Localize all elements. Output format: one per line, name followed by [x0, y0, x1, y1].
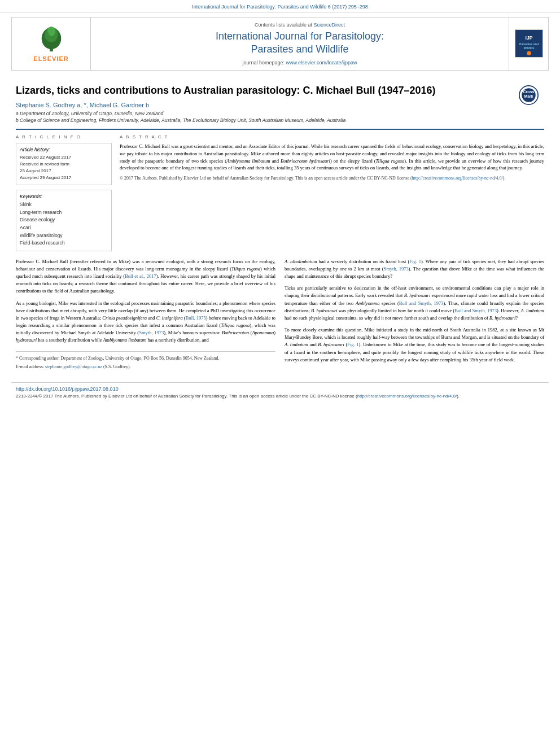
page-container: International Journal for Parasitology: … [0, 0, 560, 747]
doi-link[interactable]: http://dx.doi.org/10.1016/j.ijppaw.2017.… [16, 386, 119, 392]
journal-title: International Journal for Parasitology:P… [216, 30, 384, 56]
journal-header-right: IJP Parasites and Wildlife [509, 18, 548, 70]
article-history-title: Article history: [20, 147, 108, 152]
svg-point-9 [527, 51, 531, 56]
svg-text:Parasites and: Parasites and [519, 42, 538, 46]
journal-header-logo: ELSEVIER [12, 18, 91, 70]
article-content: Lizards, ticks and contributions to Aust… [0, 71, 560, 378]
body-left-column: Professor C. Michael Bull (hereafter ref… [16, 258, 275, 373]
keyword-disease: Disease ecology [20, 216, 108, 224]
body-columns: Professor C. Michael Bull (hereafter ref… [16, 258, 544, 373]
abstract-label: A B S T R A C T [120, 134, 544, 139]
article-info-column: A R T I C L E I N F O Article history: R… [16, 134, 112, 251]
affiliations: a Department of Zoology, University of O… [16, 111, 544, 123]
email-link[interactable]: stephanie.godfrey@otago.ac.nz [45, 364, 102, 369]
journal-citation-link[interactable]: International Journal for Parasitology: … [192, 4, 368, 10]
accepted-date: Accepted 29 August 2017 [20, 174, 108, 181]
keyword-longterm: Long-term research [20, 209, 108, 217]
body-right-para-3: To more closely examine this question, M… [285, 326, 544, 364]
elsevier-logo: ELSEVIER [33, 25, 68, 62]
received-revised-label: Received in revised form [20, 161, 108, 168]
affiliation-1: a Department of Zoology, University of O… [16, 111, 544, 116]
crossmark-icon: Cross Mark [519, 85, 539, 105]
elsevier-tree-icon [34, 25, 68, 53]
article-history-box: Article history: Received 22 August 2017… [16, 143, 112, 185]
journal-homepage: journal homepage: www.elsevier.com/locat… [242, 60, 357, 65]
abstract-text: Professor C. Michael Bull was a great sc… [120, 143, 544, 172]
ijp-badge: IJP Parasites and Wildlife [515, 29, 543, 58]
copyright-text: © 2017 The Authors. Published by Elsevie… [120, 175, 544, 182]
received-date: Received 22 August 2017 [20, 154, 108, 161]
body-right-column: A. albolimbatum had a westerly distribut… [285, 258, 544, 373]
keyword-field: Field-based research [20, 239, 108, 247]
bottom-bar: http://dx.doi.org/10.1016/j.ijppaw.2017.… [11, 382, 549, 402]
cc-license-link[interactable]: http://creativecommons.org/licenses/by-n… [412, 176, 503, 181]
abstract-column: A B S T R A C T Professor C. Michael Bul… [120, 134, 544, 251]
affiliation-2: b College of Science and Engineering, Fl… [16, 117, 544, 123]
license-line: 2213-2244/© 2017 The Authors. Published … [16, 394, 544, 399]
keyword-wildlife: Wildlife parasitology [20, 232, 108, 240]
body-para-1: Professor C. Michael Bull (hereafter ref… [16, 258, 275, 295]
footnote-corresponding: * Corresponding author. Department of Zo… [16, 355, 275, 362]
svg-text:Wildlife: Wildlife [523, 46, 534, 50]
crossmark-badge[interactable]: Cross Mark [513, 84, 544, 107]
journal-header-center: Contents lists available at ScienceDirec… [91, 18, 509, 70]
body-right-para-1: A. albolimbatum had a westerly distribut… [285, 258, 544, 281]
article-title: Lizards, ticks and contributions to Aust… [16, 84, 544, 97]
homepage-link[interactable]: www.elsevier.com/locate/ijppaw [286, 60, 357, 65]
keyword-skink: Skink [20, 201, 108, 209]
license-url[interactable]: http://creativecommons.org/licenses/by-n… [357, 394, 457, 399]
svg-text:Cross: Cross [523, 90, 535, 94]
journal-header: ELSEVIER Contents lists available at Sci… [11, 17, 549, 71]
svg-text:Mark: Mark [524, 94, 533, 98]
svg-point-4 [44, 32, 50, 40]
body-para-2: As a young biologist, Mike was intereste… [16, 300, 275, 344]
svg-text:IJP: IJP [525, 36, 532, 41]
article-info-abstract: A R T I C L E I N F O Article history: R… [16, 129, 544, 251]
top-bar: International Journal for Parasitology: … [0, 0, 560, 12]
elsevier-name: ELSEVIER [33, 55, 68, 62]
contents-line: Contents lists available at ScienceDirec… [255, 22, 345, 28]
footnote-area: * Corresponding author. Department of Zo… [16, 351, 275, 371]
keywords-box: Keywords: Skink Long-term research Disea… [16, 190, 112, 251]
sciencedirect-link[interactable]: ScienceDirect [314, 22, 345, 28]
keyword-acari: Acari [20, 224, 108, 232]
article-info-label: A R T I C L E I N F O [16, 134, 112, 139]
footnote-email: E-mail address: stephanie.godfrey@otago.… [16, 364, 275, 370]
received-revised-date: 25 August 2017 [20, 168, 108, 174]
keywords-title: Keywords: [20, 194, 108, 199]
body-right-para-2: Ticks are particularly sensitive to desi… [285, 285, 544, 322]
authors: Stephanie S. Godfrey a, *, Michael G. Ga… [16, 102, 544, 108]
